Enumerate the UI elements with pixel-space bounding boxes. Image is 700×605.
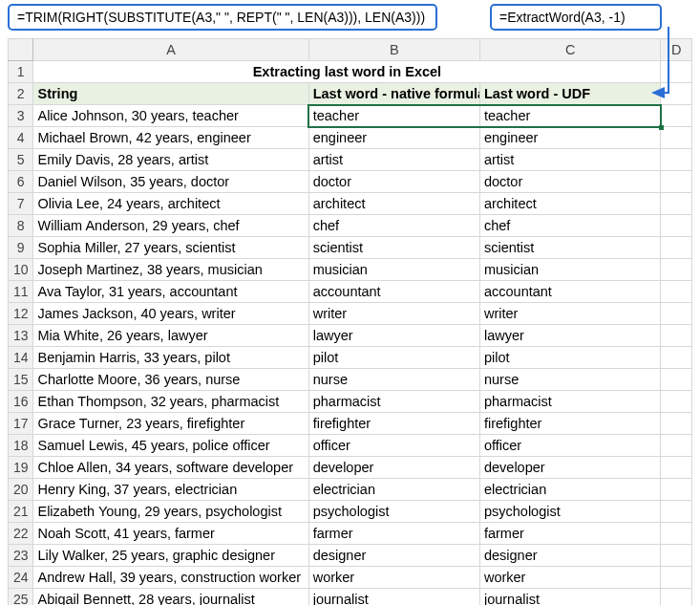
- row-header[interactable]: 12: [9, 303, 33, 325]
- cell-empty[interactable]: [661, 303, 692, 325]
- cell-empty[interactable]: [661, 523, 692, 545]
- selection-fill-handle[interactable]: [659, 125, 664, 130]
- row-header[interactable]: 7: [9, 193, 33, 215]
- cell-udf[interactable]: engineer: [479, 127, 660, 149]
- row-header[interactable]: 5: [9, 149, 33, 171]
- row-header[interactable]: 14: [9, 347, 33, 369]
- table-row[interactable]: 3Alice Johnson, 30 years, teacherteacher…: [9, 105, 692, 127]
- cell-udf[interactable]: artist: [479, 149, 660, 171]
- cell-empty[interactable]: [661, 391, 692, 413]
- row-header[interactable]: 24: [9, 567, 33, 589]
- cell-udf[interactable]: psychologist: [479, 501, 660, 523]
- cell-empty[interactable]: [661, 105, 692, 127]
- cell-native[interactable]: farmer: [308, 523, 479, 545]
- cell-string[interactable]: Grace Turner, 23 years, firefighter: [33, 413, 308, 435]
- cell-udf[interactable]: doctor: [479, 171, 660, 193]
- cell-native[interactable]: pharmacist: [308, 391, 479, 413]
- cell-udf[interactable]: officer: [479, 435, 660, 457]
- col-header-B[interactable]: B: [308, 39, 479, 61]
- cell-native[interactable]: musician: [308, 259, 479, 281]
- cell-empty[interactable]: [661, 259, 692, 281]
- cell-empty[interactable]: [661, 369, 692, 391]
- row-header[interactable]: 21: [9, 501, 33, 523]
- row-header[interactable]: 19: [9, 457, 33, 479]
- cell-empty[interactable]: [661, 237, 692, 259]
- row-header[interactable]: 15: [9, 369, 33, 391]
- cell-native[interactable]: electrician: [308, 479, 479, 501]
- cell-udf[interactable]: pharmacist: [479, 391, 660, 413]
- cell-string[interactable]: Charlotte Moore, 36 years, nurse: [33, 369, 308, 391]
- cell-native[interactable]: accountant: [308, 281, 479, 303]
- cell-udf[interactable]: scientist: [479, 237, 660, 259]
- cell-native[interactable]: artist: [308, 149, 479, 171]
- header-udf[interactable]: Last word - UDF: [479, 83, 660, 105]
- cell-native[interactable]: pilot: [308, 347, 479, 369]
- cell-empty[interactable]: [661, 127, 692, 149]
- table-row[interactable]: 14Benjamin Harris, 33 years, pilotpilotp…: [9, 347, 692, 369]
- cell-udf[interactable]: writer: [479, 303, 660, 325]
- table-row[interactable]: 7Olivia Lee, 24 years, architectarchitec…: [9, 193, 692, 215]
- cell-string[interactable]: James Jackson, 40 years, writer: [33, 303, 308, 325]
- cell-udf[interactable]: journalist: [479, 589, 660, 606]
- cell-native[interactable]: teacher: [308, 105, 479, 127]
- table-row[interactable]: 19Chloe Allen, 34 years, software develo…: [9, 457, 692, 479]
- cell-native[interactable]: engineer: [308, 127, 479, 149]
- row-header[interactable]: 23: [9, 545, 33, 567]
- sheet-title[interactable]: Extracting last word in Excel: [33, 61, 661, 83]
- cell-udf[interactable]: farmer: [479, 523, 660, 545]
- row-header[interactable]: 11: [9, 281, 33, 303]
- cell-native[interactable]: designer: [308, 545, 479, 567]
- row-header[interactable]: 16: [9, 391, 33, 413]
- table-row[interactable]: 9Sophia Miller, 27 years, scientistscien…: [9, 237, 692, 259]
- cell-native[interactable]: lawyer: [308, 325, 479, 347]
- cell-native[interactable]: developer: [308, 457, 479, 479]
- row-header[interactable]: 1: [9, 61, 33, 83]
- col-header-A[interactable]: A: [33, 39, 308, 61]
- cell-string[interactable]: Elizabeth Young, 29 years, psychologist: [33, 501, 308, 523]
- cell-string[interactable]: Andrew Hall, 39 years, construction work…: [33, 567, 308, 589]
- cell-string[interactable]: Olivia Lee, 24 years, architect: [33, 193, 308, 215]
- header-row[interactable]: 2 String Last word - native formula Last…: [9, 83, 692, 105]
- table-row[interactable]: 10Joseph Martinez, 38 years, musicianmus…: [9, 259, 692, 281]
- cell-native[interactable]: writer: [308, 303, 479, 325]
- table-row[interactable]: 13Mia White, 26 years, lawyerlawyerlawye…: [9, 325, 692, 347]
- cell-empty[interactable]: [661, 215, 692, 237]
- cell-empty[interactable]: [661, 413, 692, 435]
- row-header[interactable]: 25: [9, 589, 33, 606]
- row-header[interactable]: 9: [9, 237, 33, 259]
- table-row[interactable]: 23Lily Walker, 25 years, graphic designe…: [9, 545, 692, 567]
- table-row[interactable]: 12James Jackson, 40 years, writerwriterw…: [9, 303, 692, 325]
- cell-native[interactable]: officer: [308, 435, 479, 457]
- cell-empty[interactable]: [661, 281, 692, 303]
- cell-empty[interactable]: [661, 171, 692, 193]
- cell-empty[interactable]: [661, 149, 692, 171]
- row-header[interactable]: 20: [9, 479, 33, 501]
- row-header[interactable]: 3: [9, 105, 33, 127]
- table-row[interactable]: 24Andrew Hall, 39 years, construction wo…: [9, 567, 692, 589]
- table-row[interactable]: 21Elizabeth Young, 29 years, psychologis…: [9, 501, 692, 523]
- cell-native[interactable]: firefighter: [308, 413, 479, 435]
- table-row[interactable]: 22Noah Scott, 41 years, farmerfarmerfarm…: [9, 523, 692, 545]
- cell-udf[interactable]: designer: [479, 545, 660, 567]
- row-header[interactable]: 13: [9, 325, 33, 347]
- cell-native[interactable]: psychologist: [308, 501, 479, 523]
- table-row[interactable]: 4Michael Brown, 42 years, engineerengine…: [9, 127, 692, 149]
- table-row[interactable]: 15Charlotte Moore, 36 years, nursenursen…: [9, 369, 692, 391]
- cell-string[interactable]: Joseph Martinez, 38 years, musician: [33, 259, 308, 281]
- column-header-row[interactable]: A B C D: [9, 39, 692, 61]
- cell-udf[interactable]: architect: [479, 193, 660, 215]
- cell-native[interactable]: chef: [308, 215, 479, 237]
- cell-empty[interactable]: [661, 545, 692, 567]
- cell-udf[interactable]: teacher: [479, 105, 660, 127]
- table-row[interactable]: 6Daniel Wilson, 35 years, doctordoctordo…: [9, 171, 692, 193]
- cell-empty[interactable]: [661, 435, 692, 457]
- cell-string[interactable]: Daniel Wilson, 35 years, doctor: [33, 171, 308, 193]
- header-string[interactable]: String: [33, 83, 308, 105]
- table-row[interactable]: 18Samuel Lewis, 45 years, police officer…: [9, 435, 692, 457]
- cell-string[interactable]: Abigail Bennett, 28 years, journalist: [33, 589, 308, 606]
- table-row[interactable]: 17Grace Turner, 23 years, firefighterfir…: [9, 413, 692, 435]
- cell-empty[interactable]: [661, 457, 692, 479]
- cell-udf[interactable]: firefighter: [479, 413, 660, 435]
- cell-string[interactable]: Ethan Thompson, 32 years, pharmacist: [33, 391, 308, 413]
- cell-empty[interactable]: [661, 83, 692, 105]
